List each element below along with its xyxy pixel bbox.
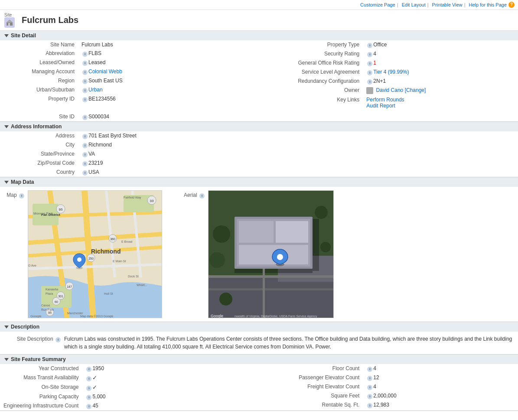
field-value: iSouth East US xyxy=(78,76,285,85)
sla-link[interactable]: Tier 4 (99.99%) xyxy=(373,69,409,75)
svg-rect-2 xyxy=(8,23,10,26)
svg-text:250: 250 xyxy=(88,257,94,260)
info-icon[interactable]: i xyxy=(55,337,61,342)
managing-account-link[interactable]: Colonial Webb xyxy=(88,68,122,75)
field-value: i12,983 xyxy=(363,400,518,410)
info-icon[interactable]: i xyxy=(86,376,91,381)
address-header[interactable]: Address Information xyxy=(0,122,518,131)
info-icon[interactable]: i xyxy=(86,404,91,409)
field-value: Fulcrum Labs xyxy=(78,40,285,49)
aerial-wrapper: Google nwealth of Virginia, DigitalGlobe… xyxy=(208,190,334,318)
map-info-icon[interactable]: i xyxy=(19,193,24,199)
field-value: i4 xyxy=(363,382,518,391)
page-title: Fulcrum Labs xyxy=(22,15,78,25)
info-icon[interactable]: i xyxy=(82,52,88,57)
info-icon[interactable]: i xyxy=(82,97,88,102)
address-table: Address i701 East Byrd Street City iRich… xyxy=(0,131,518,177)
site-detail-left-table: Site Name Fulcrum Labs Abbreviation iFLB… xyxy=(0,40,285,121)
map-svg: 33 95 250 360 147 60 95 3 xyxy=(28,191,162,318)
checkmark: ✓ xyxy=(92,374,97,381)
info-icon[interactable]: i xyxy=(367,43,372,48)
field-label: Urban/Suburban xyxy=(0,85,78,94)
map-container: Map i xyxy=(3,190,162,318)
aerial-info-icon[interactable]: i xyxy=(199,193,205,199)
info-icon[interactable]: i xyxy=(367,376,372,381)
map-image[interactable]: 33 95 250 360 147 60 95 3 xyxy=(28,190,162,318)
table-row: Freight Elevator Count i4 xyxy=(285,382,518,391)
site-detail-right-table: Property Type iOffice Security Rating i4… xyxy=(285,40,518,110)
field-label: Redundancy Configuration xyxy=(285,77,363,86)
info-icon[interactable]: i xyxy=(82,152,88,157)
edit-layout-link[interactable]: Edit Layout xyxy=(402,2,426,7)
svg-text:360: 360 xyxy=(110,238,115,241)
aerial-label: Aerial i xyxy=(184,190,205,199)
svg-text:147: 147 xyxy=(67,285,72,288)
owner-link[interactable]: David Cano [Change] xyxy=(376,87,426,93)
info-icon[interactable]: i xyxy=(367,70,372,75)
urban-suburban-link[interactable]: Urban xyxy=(88,87,103,93)
svg-point-56 xyxy=(219,293,232,306)
map-header[interactable]: Map Data xyxy=(0,177,518,187)
svg-text:Manchester: Manchester xyxy=(67,312,83,315)
field-label: On-Site Storage xyxy=(0,383,82,392)
perform-rounds-link[interactable]: Perform Rounds xyxy=(366,97,404,103)
table-row: Service Level Agreement iTier 4 (99.99%) xyxy=(285,68,518,77)
help-link[interactable]: Help for this Page xyxy=(469,2,507,7)
table-row: Abbreviation iFLBS xyxy=(0,49,285,58)
customize-link[interactable]: Customize Page xyxy=(360,2,395,7)
info-icon[interactable]: i xyxy=(82,134,88,139)
table-row: Property Type iOffice xyxy=(285,40,518,49)
info-icon[interactable]: i xyxy=(367,394,372,399)
svg-rect-50 xyxy=(313,219,319,271)
field-label: Rentable Sq. Ft. xyxy=(285,400,363,410)
table-row: General Office Risk Rating i1 xyxy=(285,59,518,68)
table-row: Mass Transit Availability i✓ xyxy=(0,373,285,383)
field-value: i1 xyxy=(363,59,518,68)
field-label: Engineering Infrastructure Count xyxy=(0,401,82,410)
field-value: i12 xyxy=(363,373,518,382)
info-icon[interactable]: i xyxy=(86,367,91,372)
info-icon[interactable]: i xyxy=(82,115,88,120)
svg-text:95: 95 xyxy=(59,208,63,212)
info-icon[interactable]: i xyxy=(82,79,88,84)
field-value: iLeased xyxy=(78,58,285,67)
svg-rect-48 xyxy=(276,221,308,243)
table-row: Leased/Owned iLeased xyxy=(0,58,285,67)
field-label: General Office Risk Rating xyxy=(285,59,363,68)
info-icon[interactable]: i xyxy=(367,403,372,408)
table-row: Year Constructed i1950 xyxy=(0,364,285,373)
audit-report-link[interactable]: Audit Report xyxy=(366,103,395,109)
site-feature-header[interactable]: Site Feature Summary xyxy=(0,355,518,364)
info-icon[interactable]: i xyxy=(367,79,372,85)
field-value: i5,000 xyxy=(82,392,285,401)
field-label: Site Name xyxy=(0,40,78,49)
map-section: Map Data Map i xyxy=(0,177,518,322)
site-detail-header[interactable]: Site Detail xyxy=(0,31,518,40)
info-icon[interactable]: i xyxy=(82,143,88,148)
field-label: Managing Account xyxy=(0,67,78,76)
info-icon[interactable]: i xyxy=(82,61,88,66)
description-header[interactable]: Description xyxy=(0,322,518,332)
field-value: iS000034 xyxy=(78,112,285,121)
info-icon[interactable]: i xyxy=(367,385,372,390)
field-label: Parking Capacity xyxy=(0,392,82,401)
help-icon[interactable]: ? xyxy=(508,2,515,8)
info-icon[interactable]: i xyxy=(86,386,91,391)
info-icon[interactable]: i xyxy=(367,367,372,372)
table-row: Security Rating i4 xyxy=(285,49,518,59)
aerial-image[interactable]: Google nwealth of Virginia, DigitalGlobe… xyxy=(208,190,334,318)
site-detail-left: Site Name Fulcrum Labs Abbreviation iFLB… xyxy=(0,40,285,121)
info-icon[interactable]: i xyxy=(86,395,91,400)
svg-text:Richmond: Richmond xyxy=(91,248,121,255)
info-icon[interactable]: i xyxy=(82,70,88,75)
printable-link[interactable]: Printable View xyxy=(432,2,463,7)
info-icon[interactable]: i xyxy=(82,161,88,166)
info-icon[interactable]: i xyxy=(367,61,372,66)
svg-text:Whart...: Whart... xyxy=(137,283,147,287)
info-icon[interactable]: i xyxy=(82,88,88,93)
field-value: iColonial Webb xyxy=(78,67,285,76)
info-icon[interactable]: i xyxy=(82,170,88,176)
site-icon xyxy=(4,17,15,28)
info-icon[interactable]: i xyxy=(367,52,372,57)
table-row: On-Site Storage i✓ xyxy=(0,383,285,392)
